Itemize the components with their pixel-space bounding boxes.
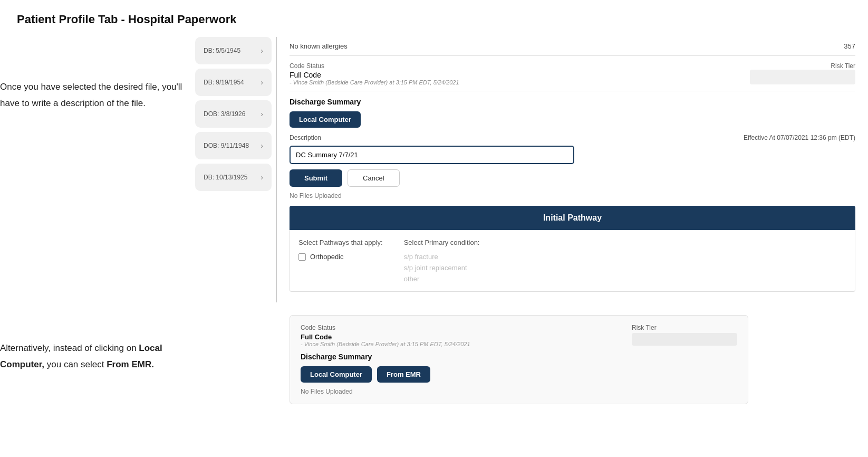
bottom-code-status-note: - Vince Smith (Bedside Care Provider) at…: [301, 341, 470, 347]
chevron-right-icon: ›: [261, 46, 263, 55]
bottom-risk-tier: Risk Tier: [632, 324, 737, 347]
patient-sidebar: DB: 5/5/1945 › DB: 9/19/1954 › DOB: 3/8/…: [195, 37, 277, 302]
effective-at-value: 07/07/2021 12:36 pm (EDT): [777, 134, 855, 141]
bottom-code-status-row: Code Status Full Code - Vince Smith (Bed…: [301, 324, 737, 347]
pathway-select-col: Select Pathways that apply: Orthopedic: [298, 239, 383, 283]
discharge-summary-heading: Discharge Summary: [290, 98, 855, 106]
bottom-discharge-section: Discharge Summary Local Computer From EM…: [301, 353, 737, 395]
code-status-label: Code Status: [290, 62, 459, 70]
local-computer-button[interactable]: Local Computer: [290, 111, 361, 128]
bottom-discharge-heading: Discharge Summary: [301, 353, 737, 361]
description-input[interactable]: [290, 146, 574, 164]
bottom-code-status-left: Code Status Full Code - Vince Smith (Bed…: [301, 324, 470, 347]
annotation-bottom-text2: you can select: [44, 359, 107, 369]
orthopedic-label: Orthopedic: [310, 253, 344, 261]
code-status-note: - Vince Smith (Bedside Care Provider) at…: [290, 79, 459, 85]
primary-condition-label: Select Primary condition:: [404, 239, 480, 246]
initial-pathway-section: Initial Pathway Select Pathways that app…: [290, 206, 855, 292]
main-content: No known allergies 357 Code Status Full …: [277, 37, 868, 302]
pathways-label: Select Pathways that apply:: [298, 239, 383, 246]
effective-at: Effective At 07/07/2021 12:36 pm (EDT): [744, 134, 855, 141]
patient-3-dob: DOB: 3/8/1926: [204, 110, 245, 118]
page-title: Patient Profile Tab - Hospital Paperwork: [0, 0, 868, 37]
allergies-count: 357: [844, 42, 855, 50]
patient-5-dob: DB: 10/13/1925: [204, 174, 247, 181]
sidebar-patient-3[interactable]: DOB: 3/8/1926 ›: [195, 100, 272, 128]
bottom-risk-tier-label: Risk Tier: [632, 324, 737, 331]
patient-2-dob: DB: 9/19/1954: [204, 79, 244, 86]
bottom-local-computer-button[interactable]: Local Computer: [301, 366, 372, 383]
description-row: Description Effective At 07/07/2021 12:3…: [290, 134, 855, 141]
no-files-uploaded: No Files Uploaded: [290, 192, 855, 199]
sidebar-patient-4[interactable]: DOB: 9/11/1948 ›: [195, 132, 272, 159]
primary-option-joint[interactable]: s/p joint replacement: [404, 264, 480, 272]
patient-1-dob: DB: 5/5/1945: [204, 47, 240, 54]
bottom-code-status-label: Code Status: [301, 324, 470, 331]
cancel-button[interactable]: Cancel: [348, 169, 399, 187]
submit-cancel-row: Submit Cancel: [290, 169, 855, 187]
bottom-card: Code Status Full Code - Vince Smith (Bed…: [290, 315, 748, 404]
primary-option-fracture[interactable]: s/p fracture: [404, 253, 480, 261]
primary-option-other[interactable]: other: [404, 275, 480, 283]
allergies-label: No known allergies: [290, 42, 348, 50]
bottom-code-status-value: Full Code: [301, 333, 470, 341]
primary-condition-options: s/p fracture s/p joint replacement other: [404, 253, 480, 283]
risk-tier-label: Risk Tier: [750, 62, 855, 70]
patient-4-dob: DOB: 9/11/1948: [204, 142, 249, 149]
chevron-right-icon: ›: [261, 173, 263, 182]
pathway-columns: Select Pathways that apply: Orthopedic S…: [298, 239, 846, 283]
discharge-summary-section: Discharge Summary Local Computer Descrip…: [290, 98, 855, 199]
allergies-section: No known allergies 357: [290, 37, 855, 56]
orthopedic-checkbox[interactable]: [298, 253, 306, 261]
chevron-right-icon: ›: [261, 110, 263, 118]
primary-condition-col: Select Primary condition: s/p fracture s…: [404, 239, 480, 283]
from-emr-button[interactable]: From EMR: [377, 366, 430, 383]
pathway-body: Select Pathways that apply: Orthopedic S…: [290, 230, 855, 292]
annotation-bottom-bold2: From EMR.: [107, 359, 154, 369]
pathway-banner: Initial Pathway: [290, 206, 855, 230]
annotation-bottom-text1: Alternatively, instead of clicking on: [0, 343, 139, 353]
submit-button[interactable]: Submit: [290, 169, 342, 187]
code-status-value: Full Code: [290, 71, 459, 79]
annotation-bottom: Alternatively, instead of clicking on Lo…: [0, 340, 195, 373]
code-status-section: Code Status Full Code - Vince Smith (Bed…: [290, 62, 855, 91]
effective-at-label: Effective At: [744, 134, 775, 141]
sidebar-patient-5[interactable]: DB: 10/13/1925 ›: [195, 164, 272, 191]
bottom-panel: Code Status Full Code - Vince Smith (Bed…: [277, 315, 868, 404]
annotation-top: Once you have selected the desired file,…: [0, 79, 195, 111]
sidebar-patient-2[interactable]: DB: 9/19/1954 ›: [195, 69, 272, 96]
description-label: Description: [290, 134, 321, 141]
chevron-right-icon: ›: [261, 78, 263, 87]
chevron-right-icon: ›: [261, 141, 263, 150]
orthopedic-checkbox-row: Orthopedic: [298, 253, 383, 261]
bottom-btn-row: Local Computer From EMR: [301, 366, 737, 383]
sidebar-patient-1[interactable]: DB: 5/5/1945 ›: [195, 37, 272, 64]
bottom-no-files: No Files Uploaded: [301, 388, 737, 395]
